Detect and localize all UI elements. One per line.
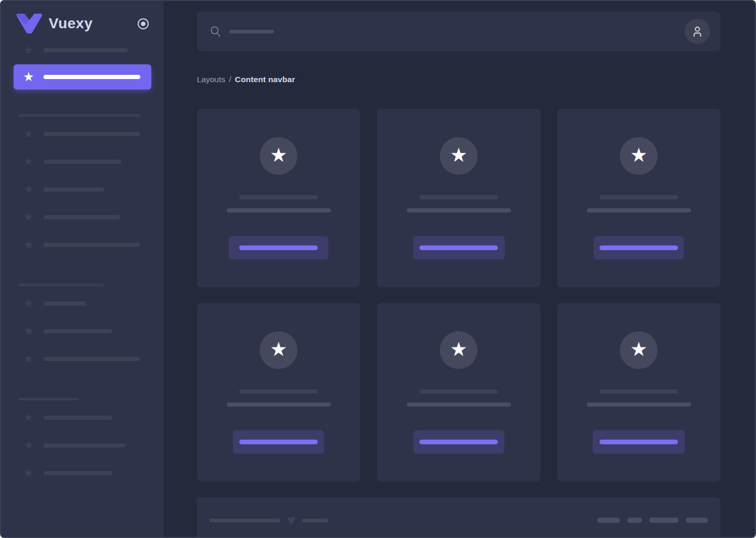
menu-item-label-placeholder [43, 75, 140, 79]
heart-icon: ♥ [287, 513, 295, 528]
sidebar-item-active[interactable]: ★ [14, 64, 151, 89]
sidebar-item[interactable]: ★ [14, 203, 151, 231]
star-icon: ★ [630, 340, 647, 359]
sidebar: Vuexy ★★★★★★★★★★★★★ [1, 1, 163, 537]
star-avatar: ★ [620, 137, 658, 175]
search-navbar [197, 12, 720, 51]
card-action-button[interactable] [594, 236, 684, 260]
card-subtitle-placeholder [407, 402, 511, 407]
card-subtitle-placeholder [407, 208, 511, 212]
star-icon: ★ [22, 184, 35, 195]
menu-item-label-placeholder [43, 187, 104, 192]
vuexy-logo-icon [16, 14, 43, 33]
sidebar-item[interactable]: ★ [14, 345, 151, 373]
search-icon [209, 25, 222, 38]
sidebar-menu: ★★★★★★★★★★★★★ [1, 31, 163, 487]
button-label-placeholder [239, 440, 318, 444]
cards-grid: ★★★★★★ [197, 109, 720, 481]
menu-item-label-placeholder [43, 132, 140, 136]
sidebar-item[interactable]: ★ [14, 148, 151, 175]
menu-item-label-placeholder [43, 471, 112, 475]
footer-link-placeholder[interactable] [597, 518, 620, 523]
card-subtitle-placeholder [587, 402, 691, 407]
star-icon: ★ [22, 353, 35, 365]
star-avatar: ★ [440, 137, 477, 175]
brand-title: Vuexy [49, 15, 93, 32]
star-avatar: ★ [620, 331, 658, 369]
card-subtitle-placeholder [227, 402, 331, 407]
star-icon: ★ [22, 440, 35, 451]
star-icon: ★ [270, 145, 287, 165]
user-avatar[interactable] [685, 19, 710, 44]
breadcrumb-current: Content navbar [235, 75, 295, 84]
menu-item-label-placeholder [43, 416, 112, 420]
menu-item-label-placeholder [43, 329, 112, 333]
card: ★ [377, 109, 540, 287]
footer-right [597, 518, 708, 523]
menu-item-label-placeholder [43, 243, 140, 247]
star-icon: ★ [22, 298, 35, 309]
footer-link-placeholder[interactable] [627, 518, 642, 523]
sidebar-item[interactable]: ★ [14, 36, 151, 64]
card-subtitle-placeholder [227, 208, 331, 212]
card: ★ [197, 109, 360, 287]
brand: Vuexy [1, 1, 163, 31]
breadcrumb: Layouts/Content navbar [197, 75, 720, 84]
card-subtitle-placeholder [587, 208, 691, 212]
main-content: Layouts/Content navbar ★★★★★★ ♥ [163, 1, 755, 537]
sidebar-item[interactable]: ★ [14, 175, 151, 203]
card-action-button[interactable] [414, 430, 504, 454]
sidebar-item[interactable]: ★ [14, 231, 151, 259]
star-icon: ★ [22, 412, 35, 423]
star-icon: ★ [630, 145, 647, 165]
menu-item-label-placeholder [43, 301, 86, 306]
star-icon: ★ [450, 145, 467, 165]
menu-section-placeholder [18, 398, 78, 400]
card: ★ [557, 109, 720, 287]
star-icon: ★ [22, 211, 35, 223]
star-icon: ★ [22, 156, 35, 167]
footer-link-placeholder[interactable] [649, 518, 679, 523]
menu-item-label-placeholder [43, 443, 125, 447]
star-avatar: ★ [440, 331, 477, 369]
card-action-button[interactable] [229, 236, 328, 260]
menu-item-label-placeholder [43, 215, 120, 219]
search-input[interactable] [209, 25, 274, 38]
card: ★ [557, 303, 720, 481]
footer-link-placeholder[interactable] [686, 518, 708, 523]
sidebar-item[interactable]: ★ [14, 289, 151, 317]
footer-text-placeholder [209, 519, 280, 522]
sidebar-item[interactable]: ★ [14, 120, 151, 148]
menu-item-label-placeholder [43, 160, 121, 164]
menu-item-label-placeholder [43, 48, 128, 52]
card-action-button[interactable] [233, 430, 324, 454]
vuexy-logo-icon[interactable] [16, 14, 43, 33]
button-label-placeholder [239, 245, 318, 250]
star-icon: ★ [22, 44, 35, 56]
card-action-button[interactable] [593, 430, 685, 454]
star-icon: ★ [22, 71, 35, 83]
button-label-placeholder [599, 245, 678, 250]
button-label-placeholder [419, 440, 498, 444]
breadcrumb-parent[interactable]: Layouts [197, 75, 225, 84]
button-label-placeholder [599, 440, 678, 444]
search-placeholder-bar [229, 30, 274, 33]
radio-circle-icon[interactable] [137, 17, 150, 30]
card-title-placeholder [599, 389, 678, 394]
sidebar-item[interactable]: ★ [14, 431, 151, 459]
footer-text-placeholder [302, 519, 328, 522]
star-avatar: ★ [260, 137, 297, 175]
menu-item-label-placeholder [43, 357, 140, 361]
star-icon: ★ [450, 340, 467, 359]
star-icon: ★ [270, 340, 287, 359]
sidebar-item[interactable]: ★ [14, 317, 151, 345]
card-action-button[interactable] [413, 236, 505, 260]
footer-left: ♥ [209, 513, 328, 528]
sidebar-item[interactable]: ★ [14, 404, 151, 431]
footer: ♥ [197, 497, 720, 538]
menu-section-placeholder [18, 114, 140, 117]
breadcrumb-separator: / [229, 75, 231, 84]
user-icon [691, 25, 704, 38]
sidebar-item[interactable]: ★ [14, 459, 151, 487]
card-title-placeholder [599, 195, 678, 199]
